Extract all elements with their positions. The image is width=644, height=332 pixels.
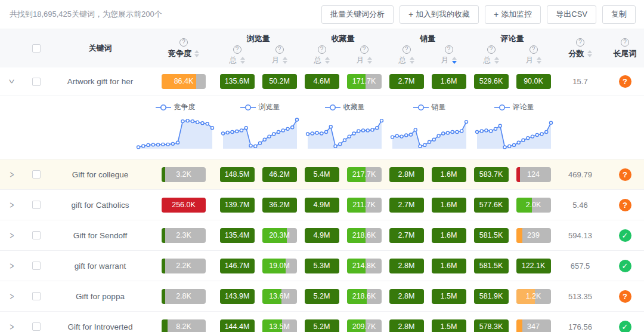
- trend-chart: 收藏量: [305, 102, 384, 152]
- favorites-total-badge: 5.2M: [305, 319, 339, 332]
- table-row[interactable]: > Gift for poppa 2.8K 143.9M 13.6M 5.2M …: [0, 281, 644, 311]
- longtail-icon[interactable]: ?: [619, 75, 631, 88]
- expand-chevron-icon[interactable]: >: [7, 79, 17, 84]
- sales-total-badge: 2.7M: [389, 74, 424, 89]
- reviews-total-badge: 581.5K: [474, 259, 509, 273]
- add-monitor-button[interactable]: +添加监控: [485, 5, 541, 24]
- table-body: > Artwork gift for her 86.4K 135.6M 50.2…: [0, 67, 644, 332]
- sort-carets[interactable]: [325, 57, 330, 64]
- row-checkbox[interactable]: [32, 231, 41, 239]
- help-icon[interactable]: ?: [621, 38, 629, 47]
- expand-chevron-icon[interactable]: >: [10, 321, 14, 332]
- table-row[interactable]: > gift for Catholics 256.0K 139.7M 36.2M…: [0, 189, 644, 220]
- longtail-icon[interactable]: ?: [619, 168, 631, 181]
- views-month-badge: 20.3M: [262, 228, 297, 243]
- reviews-total-badge: 578.3K: [474, 319, 509, 332]
- longtail-icon[interactable]: ✓: [619, 260, 631, 272]
- help-icon[interactable]: ?: [576, 38, 584, 47]
- row-checkbox[interactable]: [32, 78, 41, 86]
- table-row[interactable]: > Gift for Introverted 8.2K 144.4M 13.5M…: [0, 311, 644, 332]
- help-icon[interactable]: ?: [179, 38, 188, 47]
- add-to-favorites-button[interactable]: +加入到我的收藏: [400, 5, 479, 24]
- batch-analyze-button[interactable]: 批量关键词分析: [321, 5, 394, 24]
- help-icon[interactable]: ?: [530, 45, 538, 54]
- help-icon[interactable]: ?: [233, 45, 242, 54]
- help-icon[interactable]: ?: [487, 45, 496, 54]
- trend-chart: 销量: [390, 102, 469, 152]
- plus-icon: +: [408, 10, 413, 19]
- favorites-month-badge: 214.8K: [347, 259, 382, 273]
- sales-month-badge: 1.6M: [432, 259, 466, 273]
- longtail-icon[interactable]: ✓: [619, 321, 631, 332]
- expand-chevron-icon[interactable]: >: [10, 260, 14, 271]
- longtail-icon[interactable]: ?: [619, 199, 631, 211]
- reviews-month-badge: 124: [516, 167, 551, 182]
- header-score: ? 分数: [555, 29, 606, 67]
- export-csv-button[interactable]: 导出CSV: [547, 5, 596, 24]
- favorites-total-badge: 5.2M: [305, 289, 339, 304]
- row-checkbox[interactable]: [32, 322, 41, 331]
- sparkline-chart: [221, 115, 299, 152]
- header-longtail: ? 长尾词: [606, 29, 644, 67]
- table-row[interactable]: > gift for warrant 2.2K 146.7M 19.0M 5.3…: [0, 250, 644, 281]
- table-row[interactable]: > Gift for Sendoff 2.3K 135.4M 20.3M 4.9…: [0, 220, 644, 250]
- keyword-label: Gift for poppa: [76, 292, 125, 301]
- favorites-month-badge: 218.6K: [347, 289, 382, 304]
- reviews-month-badge: 1.2K: [516, 289, 551, 304]
- views-month-badge: 50.2M: [262, 74, 297, 89]
- help-icon[interactable]: ?: [402, 45, 411, 54]
- competition-badge: 2.8K: [162, 289, 206, 304]
- sales-month-badge: 1.6M: [432, 228, 466, 243]
- sales-month-badge: 1.5M: [432, 289, 466, 304]
- expand-chevron-icon[interactable]: >: [10, 230, 14, 241]
- favorites-total-badge: 4.9M: [305, 198, 339, 213]
- score-value: 15.7: [572, 77, 587, 86]
- help-icon[interactable]: ?: [275, 45, 284, 54]
- expand-chevron-icon[interactable]: >: [10, 169, 14, 180]
- views-total-badge: 135.6M: [220, 74, 255, 89]
- expand-chevron-icon[interactable]: >: [10, 291, 14, 302]
- copy-button[interactable]: 复制: [602, 5, 636, 24]
- select-all-checkbox[interactable]: [32, 44, 41, 53]
- views-month-badge: 36.2M: [262, 198, 297, 213]
- row-checkbox[interactable]: [32, 201, 41, 209]
- longtail-icon[interactable]: ✓: [619, 229, 631, 242]
- header-keyword: 关键词: [49, 43, 151, 54]
- keyword-label: Gift for collegue: [72, 170, 129, 179]
- sort-carets[interactable]: [587, 50, 592, 57]
- score-value: 657.5: [571, 262, 590, 270]
- table-row[interactable]: > Artwork gift for her 86.4K 135.6M 50.2…: [0, 67, 644, 96]
- table-row[interactable]: > Gift for collegue 3.2K 148.5M 46.2M 5.…: [0, 159, 644, 189]
- row-checkbox[interactable]: [32, 170, 41, 179]
- sort-carets-active[interactable]: [452, 57, 457, 64]
- reviews-total-badge: 577.6K: [474, 198, 509, 213]
- legend-marker-icon: [413, 104, 429, 111]
- competition-badge: 2.2K: [162, 259, 206, 273]
- expand-chevron-icon[interactable]: >: [10, 199, 14, 210]
- sort-carets[interactable]: [494, 57, 499, 64]
- expanded-trend-panel: 竞争度浏览量收藏量销量评论量: [0, 96, 644, 159]
- competition-badge: 2.3K: [162, 228, 206, 243]
- sort-carets[interactable]: [283, 57, 287, 64]
- sort-carets[interactable]: [537, 57, 541, 64]
- reviews-total-badge: 581.9K: [474, 289, 509, 304]
- table-header: 关键词 ? 竞争度 浏览量 ? 总 ? 月 收藏量 ? 总 ? 月: [0, 29, 644, 67]
- sort-carets[interactable]: [194, 50, 199, 57]
- row-checkbox[interactable]: [32, 292, 41, 300]
- help-icon[interactable]: ?: [360, 45, 369, 54]
- reviews-total-badge: 529.6K: [474, 74, 509, 89]
- sales-total-badge: 2.7M: [389, 228, 424, 243]
- legend-marker-icon: [325, 104, 340, 111]
- favorites-total-badge: 4.6M: [305, 74, 339, 89]
- reviews-month-badge: 347: [516, 319, 551, 332]
- help-icon[interactable]: ?: [318, 45, 326, 54]
- sales-total-badge: 2.8M: [389, 259, 424, 273]
- help-icon[interactable]: ?: [445, 45, 453, 54]
- row-checkbox[interactable]: [32, 262, 41, 270]
- longtail-icon[interactable]: ?: [619, 290, 631, 303]
- reviews-month-badge: 122.1K: [516, 259, 551, 273]
- score-value: 5.46: [572, 201, 587, 210]
- sort-carets[interactable]: [410, 57, 414, 64]
- sort-carets[interactable]: [367, 57, 372, 64]
- sort-carets[interactable]: [240, 57, 245, 64]
